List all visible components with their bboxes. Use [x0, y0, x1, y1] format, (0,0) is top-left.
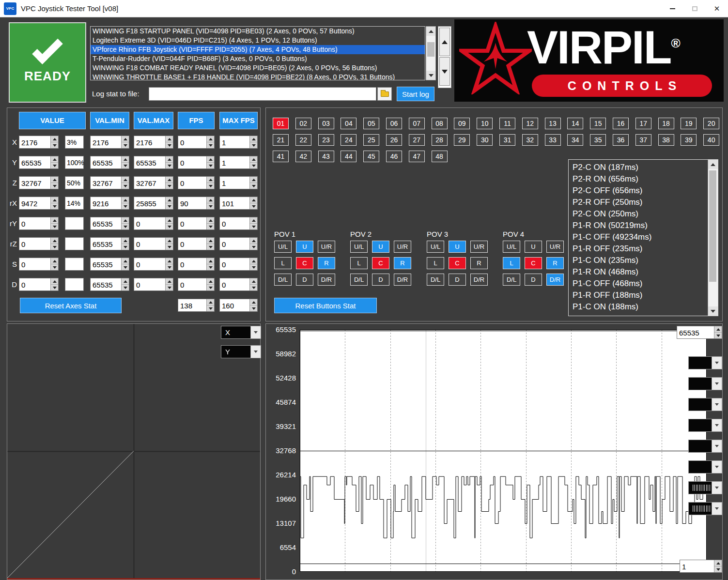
close-button[interactable]: ✕ [706, 0, 728, 17]
axis-Y-maxfps-up-icon[interactable] [250, 156, 257, 163]
axis-rY-value[interactable]: 0 [19, 217, 59, 230]
scroll-thumb[interactable] [709, 170, 716, 282]
axis-X-max-down-icon[interactable] [166, 142, 173, 148]
axis-X-fps-up-icon[interactable] [207, 136, 214, 142]
axis-rX-max-up-icon[interactable] [166, 197, 173, 203]
axis-rZ-value-up-icon[interactable] [51, 238, 58, 244]
axis-rY-min[interactable]: 65535 [90, 217, 129, 230]
axis-X-value[interactable]: 2176 [19, 136, 59, 149]
total-fps-spinner-up-icon[interactable] [207, 299, 214, 305]
total-max-fps-spinner[interactable]: 160 [219, 299, 258, 312]
axis-Y-fps-up-icon[interactable] [207, 156, 214, 163]
axis-rZ-min-down-icon[interactable] [122, 244, 129, 250]
chart-scale-spinner-down-icon[interactable] [714, 333, 722, 338]
axis-D-min[interactable]: 65535 [90, 278, 129, 291]
updown-up-button[interactable] [439, 28, 450, 56]
axis-D-min-down-icon[interactable] [122, 285, 129, 290]
axis-D-value-up-icon[interactable] [51, 278, 58, 285]
axis-rY-min-down-icon[interactable] [122, 224, 129, 229]
trace-select-7[interactable] [688, 481, 722, 494]
axis-rZ-maxfps-down-icon[interactable] [250, 244, 257, 250]
axis-Y-min[interactable]: 65535 [90, 156, 129, 169]
axis-rX-maxfps-down-icon[interactable] [250, 203, 257, 209]
axis-rZ-maxfps-up-icon[interactable] [250, 238, 257, 244]
header-val-max[interactable]: VAL.MAX [134, 112, 173, 129]
axis-rY-fps-down-icon[interactable] [207, 224, 214, 229]
axis-Y-value[interactable]: 65535 [19, 156, 59, 169]
axis-Z-max-down-icon[interactable] [166, 183, 173, 189]
axis-Y-fps[interactable]: 0 [178, 156, 215, 169]
axis-D-fps-up-icon[interactable] [207, 278, 214, 285]
trace-select-1-dropdown-icon[interactable] [712, 357, 722, 369]
axis-S-max[interactable]: 0 [134, 258, 173, 271]
minimize-button[interactable] [661, 0, 683, 17]
axis-rZ-max-down-icon[interactable] [166, 244, 173, 250]
xy-x-axis-select[interactable]: X [221, 326, 261, 339]
axis-rY-max[interactable]: 0 [134, 217, 173, 230]
axis-X-min-up-icon[interactable] [122, 136, 129, 142]
axis-Z-value-down-icon[interactable] [51, 183, 58, 189]
device-list-item[interactable]: WINWING F18 STARTUP PANEL (VID=4098 PID=… [91, 27, 425, 36]
axis-S-maxfps-up-icon[interactable] [250, 258, 257, 264]
trace-select-8-dropdown-icon[interactable] [712, 503, 722, 515]
axis-Z-value[interactable]: 32767 [19, 176, 59, 189]
xy-x-axis-select-dropdown-icon[interactable] [250, 326, 261, 338]
axis-D-min-up-icon[interactable] [122, 278, 129, 285]
device-list-item[interactable]: T-Pendular-Rudder (VID=044F PID=B68F) (3… [91, 54, 425, 63]
axis-rX-min-down-icon[interactable] [122, 203, 129, 209]
trace-select-6-dropdown-icon[interactable] [712, 461, 722, 473]
axis-X-value-down-icon[interactable] [51, 142, 58, 148]
axis-X-value-up-icon[interactable] [51, 136, 58, 142]
axis-D-fps[interactable]: 0 [178, 278, 215, 291]
axis-S-max-down-icon[interactable] [166, 264, 173, 270]
trace-select-8[interactable] [688, 502, 722, 515]
axis-Z-maxfps-down-icon[interactable] [250, 183, 257, 189]
chart-time-spinner[interactable]: 1 [680, 560, 722, 573]
axis-rX-min-up-icon[interactable] [122, 197, 129, 203]
axis-rZ-min[interactable]: 65535 [90, 237, 129, 250]
axis-X-maxfps[interactable]: 1 [219, 136, 258, 149]
axis-rZ-min-up-icon[interactable] [122, 238, 129, 244]
axis-rY-min-up-icon[interactable] [122, 217, 129, 224]
scroll-down-icon[interactable] [426, 71, 435, 80]
scroll-down-icon[interactable] [708, 306, 718, 316]
axis-Y-max[interactable]: 65535 [134, 156, 173, 169]
axis-rZ-value[interactable]: 0 [19, 237, 59, 250]
axis-X-min-down-icon[interactable] [122, 142, 129, 148]
axis-Z-max-up-icon[interactable] [166, 177, 173, 183]
xy-y-axis-select-dropdown-icon[interactable] [250, 346, 261, 358]
axis-rX-fps-down-icon[interactable] [207, 203, 214, 209]
reset-axes-stat-button[interactable]: Reset Axes Stat [20, 298, 122, 313]
axis-S-maxfps[interactable]: 0 [219, 258, 258, 271]
axis-rX-max-down-icon[interactable] [166, 203, 173, 209]
total-fps-spinner-down-icon[interactable] [207, 305, 214, 311]
axis-X-fps[interactable]: 0 [178, 136, 215, 149]
axis-rZ-max[interactable]: 0 [134, 237, 173, 250]
axis-Y-min-up-icon[interactable] [122, 156, 129, 163]
axis-D-value[interactable]: 0 [19, 278, 59, 291]
axis-rZ-maxfps[interactable]: 0 [219, 237, 258, 250]
axis-Y-fps-down-icon[interactable] [207, 163, 214, 168]
device-list-item[interactable]: WINWING THROTTLE BASE1 + F18 HANDLE (VID… [91, 73, 425, 80]
axis-X-maxfps-down-icon[interactable] [250, 142, 257, 148]
axis-rY-maxfps[interactable]: 0 [219, 217, 258, 230]
axis-D-maxfps-up-icon[interactable] [250, 278, 257, 285]
trace-select-5[interactable] [688, 440, 722, 453]
trace-select-1[interactable] [688, 356, 722, 369]
axis-D-max-up-icon[interactable] [166, 278, 173, 285]
chart-scale-spinner[interactable]: 65535 [677, 326, 722, 339]
axis-Y-maxfps[interactable]: 1 [219, 156, 258, 169]
axis-rY-value-down-icon[interactable] [51, 224, 58, 229]
axis-rZ-fps[interactable]: 0 [178, 237, 215, 250]
axis-Z-min-down-icon[interactable] [122, 183, 129, 189]
axis-S-fps-down-icon[interactable] [207, 264, 214, 270]
axis-rY-maxfps-down-icon[interactable] [250, 224, 257, 229]
axis-S-value[interactable]: 0 [19, 258, 59, 271]
axis-rY-fps[interactable]: 0 [178, 217, 215, 230]
axis-S-value-up-icon[interactable] [51, 258, 58, 264]
chart-time-spinner-up-icon[interactable] [714, 560, 722, 566]
axis-S-fps[interactable]: 0 [178, 258, 215, 271]
axis-rY-max-down-icon[interactable] [166, 224, 173, 229]
start-log-button[interactable]: Start log [397, 87, 434, 101]
maximize-button[interactable] [683, 0, 706, 17]
